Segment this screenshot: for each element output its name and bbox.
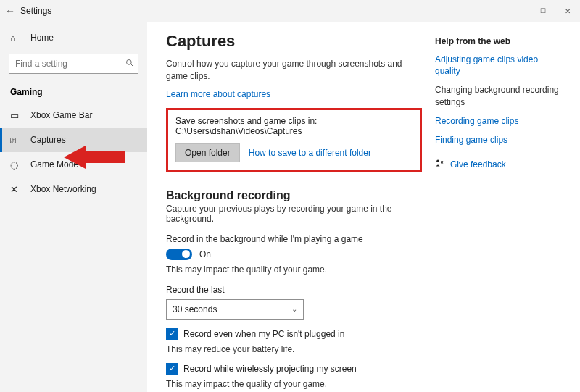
sidebar-item-captures[interactable]: ⎚ Captures	[0, 128, 147, 152]
xbox-networking-icon: ✕	[10, 184, 23, 195]
save-location-text: Save screenshots and game clips in: C:\U…	[175, 116, 413, 136]
give-feedback-label: Give feedback	[450, 159, 506, 170]
search-icon	[125, 59, 134, 70]
sidebar-nav: ▭ Xbox Game Bar ⎚ Captures ◌ Game Mode ✕…	[0, 103, 147, 201]
open-folder-button[interactable]: Open folder	[175, 143, 240, 162]
help-text-bg-settings: Changing background recording settings	[435, 84, 566, 107]
record-last-value: 30 seconds	[173, 304, 217, 314]
sidebar-item-label: Xbox Game Bar	[30, 110, 92, 120]
learn-more-link[interactable]: Learn more about captures	[166, 89, 270, 99]
captures-icon: ⎚	[10, 135, 23, 146]
background-recording-subtitle: Capture your previous plays by recording…	[166, 204, 422, 224]
background-toggle-state: On	[199, 249, 211, 259]
checkbox-checked-icon: ✓	[166, 328, 178, 340]
search-box[interactable]	[9, 54, 138, 74]
record-last-label: Record the last	[166, 285, 422, 295]
record-unplugged-checkbox-row[interactable]: ✓ Record even when my PC isn't plugged i…	[166, 328, 422, 340]
help-link-recording-clips[interactable]: Recording game clips	[435, 115, 566, 127]
svg-line-1	[131, 64, 133, 66]
main-content: Captures Control how you capture your ga…	[166, 22, 435, 392]
checkbox-checked-icon: ✓	[166, 363, 178, 375]
window-minimize-button[interactable]: —	[506, 0, 531, 22]
record-last-dropdown[interactable]: 30 seconds ⌄	[166, 299, 304, 320]
chevron-down-icon: ⌄	[291, 305, 297, 313]
search-input[interactable]	[14, 58, 125, 70]
titlebar: ← Settings — ☐ ✕	[0, 0, 580, 22]
sidebar-home[interactable]: ⌂ Home	[0, 26, 147, 49]
page-description: Control how you capture your game throug…	[166, 58, 422, 83]
sidebar: ⌂ Home Gaming ▭ Xbox Game Bar ⎚ Captures…	[0, 22, 147, 392]
record-wireless-hint: This may impact the quality of your game…	[166, 379, 422, 389]
sidebar-item-game-mode[interactable]: ◌ Game Mode	[0, 152, 147, 177]
record-unplugged-label: Record even when my PC isn't plugged in	[183, 329, 344, 339]
background-toggle-hint: This may impact the quality of your game…	[166, 264, 422, 275]
sidebar-item-label: Xbox Networking	[30, 184, 96, 194]
save-location-path: C:\Users\dshan\Videos\Captures	[175, 126, 302, 136]
sidebar-item-xbox-game-bar[interactable]: ▭ Xbox Game Bar	[0, 103, 147, 128]
svg-point-0	[127, 59, 132, 64]
give-feedback-row[interactable]: Give feedback	[435, 159, 566, 170]
help-title: Help from the web	[435, 36, 566, 46]
svg-point-3	[436, 160, 439, 163]
background-toggle-label: Record in the background while I'm playi…	[166, 234, 422, 244]
help-sidebar: Help from the web Adjusting game clips v…	[435, 22, 566, 392]
game-mode-icon: ◌	[10, 159, 23, 170]
window-maximize-button[interactable]: ☐	[531, 0, 555, 22]
sidebar-category: Gaming	[0, 81, 147, 103]
background-record-toggle[interactable]	[166, 249, 192, 260]
help-link-finding-clips[interactable]: Finding game clips	[435, 134, 566, 146]
home-icon: ⌂	[10, 33, 23, 43]
sidebar-item-xbox-networking[interactable]: ✕ Xbox Networking	[0, 177, 147, 201]
window-title: Settings	[20, 6, 51, 16]
page-title: Captures	[166, 32, 422, 51]
game-bar-icon: ▭	[10, 110, 23, 121]
sidebar-item-label: Game Mode	[30, 159, 78, 170]
help-link-video-quality[interactable]: Adjusting game clips video quality	[435, 54, 566, 77]
record-wireless-checkbox-row[interactable]: ✓ Record while wirelessly projecting my …	[166, 363, 422, 375]
feedback-icon	[435, 159, 444, 170]
save-location-box: Save screenshots and game clips in: C:\U…	[166, 108, 422, 172]
save-different-folder-link[interactable]: How to save to a different folder	[249, 148, 371, 158]
record-unplugged-hint: This may reduce your battery life.	[166, 344, 422, 354]
sidebar-home-label: Home	[30, 33, 54, 43]
record-wireless-label: Record while wirelessly projecting my sc…	[183, 364, 357, 374]
save-location-prefix: Save screenshots and game clips in:	[175, 116, 317, 126]
sidebar-item-label: Captures	[30, 135, 66, 145]
background-recording-title: Background recording	[166, 189, 422, 202]
back-icon[interactable]: ←	[0, 5, 20, 17]
window-close-button[interactable]: ✕	[555, 0, 580, 22]
